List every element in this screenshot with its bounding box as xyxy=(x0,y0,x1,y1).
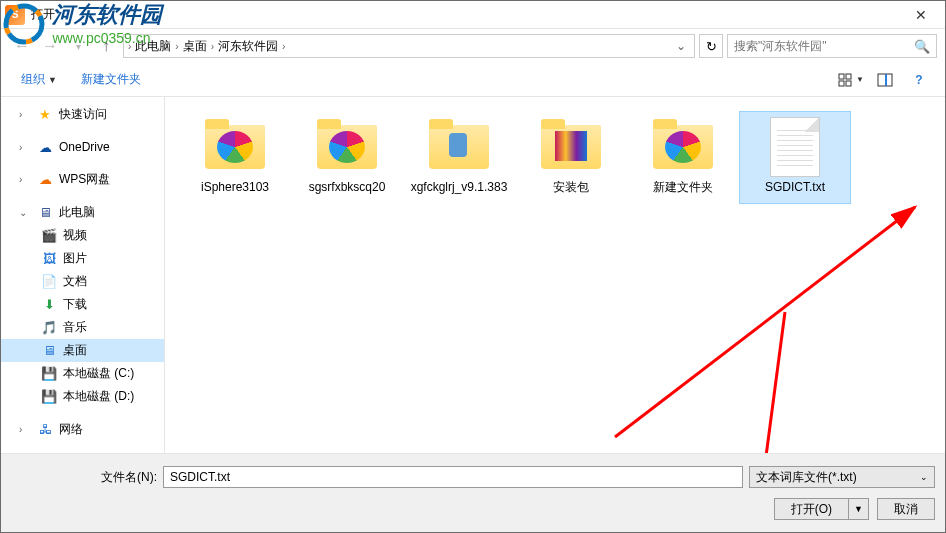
folder-icon xyxy=(205,125,265,169)
sidebar-item-label: 快速访问 xyxy=(59,106,107,123)
sidebar-item-wps[interactable]: › ☁ WPS网盘 xyxy=(1,168,164,191)
svg-rect-2 xyxy=(839,74,844,79)
sidebar-item-network[interactable]: › 🖧 网络 xyxy=(1,418,164,441)
svg-rect-3 xyxy=(846,74,851,79)
file-label: 安装包 xyxy=(553,180,589,195)
sidebar-item-disk-c[interactable]: 💾 本地磁盘 (C:) xyxy=(1,362,164,385)
refresh-button[interactable]: ↻ xyxy=(699,34,723,58)
organize-label: 组织 xyxy=(21,71,45,88)
chevron-down-icon: ⌄ xyxy=(920,472,928,482)
search-icon: 🔍 xyxy=(914,39,930,54)
sidebar: › ★ 快速访问 › ☁ OneDrive › ☁ WPS网盘 ⌄ 🖥 此电脑 xyxy=(1,97,165,453)
sidebar-item-label: 网络 xyxy=(59,421,83,438)
cloud-icon: ☁ xyxy=(37,139,53,155)
sidebar-item-quick-access[interactable]: › ★ 快速访问 xyxy=(1,103,164,126)
breadcrumb-item-desktop[interactable]: 桌面 xyxy=(179,38,211,55)
file-label: xgfckglrj_v9.1.383 xyxy=(411,180,508,195)
file-label: 新建文件夹 xyxy=(653,180,713,195)
open-file-dialog: S 打开 ✕ ← → ▾ ↑ › 此电脑 › 桌面 › 河东软件园 › ⌄ ↻ … xyxy=(0,0,946,533)
breadcrumb[interactable]: › 此电脑 › 桌面 › 河东软件园 › ⌄ xyxy=(123,34,695,58)
sidebar-item-desktop[interactable]: 🖥 桌面 xyxy=(1,339,164,362)
nav-recent-dropdown[interactable]: ▾ xyxy=(65,33,91,59)
view-icon xyxy=(838,73,854,87)
filetype-select[interactable]: 文本词库文件(*.txt) ⌄ xyxy=(749,466,935,488)
sidebar-item-disk-d[interactable]: 💾 本地磁盘 (D:) xyxy=(1,385,164,408)
toolbar: 组织 ▼ 新建文件夹 ▼ ? xyxy=(1,63,945,97)
nav-back-button[interactable]: ← xyxy=(9,33,35,59)
cancel-button-label: 取消 xyxy=(894,501,918,518)
folder-item[interactable]: sgsrfxbkscq20 xyxy=(291,111,403,204)
folder-item[interactable]: iSphere3103 xyxy=(179,111,291,204)
svg-line-8 xyxy=(615,207,915,437)
drive-icon: 💾 xyxy=(41,366,57,382)
sidebar-item-label: 下载 xyxy=(63,296,87,313)
desktop-icon: 🖥 xyxy=(41,343,57,359)
sidebar-item-this-pc[interactable]: ⌄ 🖥 此电脑 xyxy=(1,201,164,224)
file-label: iSphere3103 xyxy=(201,180,269,195)
folder-item[interactable]: 新建文件夹 xyxy=(627,111,739,204)
downloads-icon: ⬇ xyxy=(41,297,57,313)
breadcrumb-item-folder[interactable]: 河东软件园 xyxy=(214,38,282,55)
sidebar-item-videos[interactable]: 🎬 视频 xyxy=(1,224,164,247)
open-button-label: 打开(O) xyxy=(775,499,849,519)
folder-icon xyxy=(317,125,377,169)
navigation-bar: ← → ▾ ↑ › 此电脑 › 桌面 › 河东软件园 › ⌄ ↻ 🔍 xyxy=(1,29,945,63)
filename-label: 文件名(N): xyxy=(101,469,157,486)
help-icon: ? xyxy=(915,73,922,87)
sidebar-item-label: 文档 xyxy=(63,273,87,290)
chevron-right-icon: › xyxy=(19,174,31,185)
chevron-down-icon: ▼ xyxy=(48,75,57,85)
sidebar-item-pictures[interactable]: 🖼 图片 xyxy=(1,247,164,270)
sidebar-item-label: 本地磁盘 (D:) xyxy=(63,388,134,405)
sidebar-item-downloads[interactable]: ⬇ 下载 xyxy=(1,293,164,316)
folder-item[interactable]: 安装包 xyxy=(515,111,627,204)
help-button[interactable]: ? xyxy=(905,69,933,91)
breadcrumb-item-pc[interactable]: 此电脑 xyxy=(131,38,175,55)
svg-line-9 xyxy=(760,312,785,453)
sidebar-item-label: 图片 xyxy=(63,250,87,267)
dialog-bottom: 文件名(N): 文本词库文件(*.txt) ⌄ 打开(O) ▼ 取消 xyxy=(1,453,945,532)
annotation-arrow xyxy=(755,307,795,453)
filename-input[interactable] xyxy=(163,466,743,488)
music-icon: 🎵 xyxy=(41,320,57,336)
videos-icon: 🎬 xyxy=(41,228,57,244)
file-item-selected[interactable]: SGDICT.txt xyxy=(739,111,851,204)
cloud-icon: ☁ xyxy=(37,172,53,188)
cancel-button[interactable]: 取消 xyxy=(877,498,935,520)
view-options-button[interactable]: ▼ xyxy=(837,69,865,91)
star-icon: ★ xyxy=(37,107,53,123)
pictures-icon: 🖼 xyxy=(41,251,57,267)
txt-file-icon xyxy=(770,117,820,177)
file-list[interactable]: iSphere3103 sgsrfxbkscq20 xgfckglrj_v9.1… xyxy=(165,97,945,453)
chevron-down-icon[interactable]: ▼ xyxy=(849,499,868,519)
nav-up-button[interactable]: ↑ xyxy=(93,33,119,59)
sidebar-item-label: 音乐 xyxy=(63,319,87,336)
titlebar: S 打开 ✕ xyxy=(1,1,945,29)
chevron-right-icon: › xyxy=(19,424,31,435)
chevron-right-icon: › xyxy=(282,41,285,52)
sidebar-item-music[interactable]: 🎵 音乐 xyxy=(1,316,164,339)
folder-item[interactable]: xgfckglrj_v9.1.383 xyxy=(403,111,515,204)
open-button[interactable]: 打开(O) ▼ xyxy=(774,498,869,520)
sidebar-item-label: 本地磁盘 (C:) xyxy=(63,365,134,382)
annotation-arrow xyxy=(605,197,935,447)
documents-icon: 📄 xyxy=(41,274,57,290)
sidebar-item-label: OneDrive xyxy=(59,140,110,154)
svg-rect-4 xyxy=(839,81,844,86)
new-folder-button[interactable]: 新建文件夹 xyxy=(73,67,149,92)
chevron-right-icon: › xyxy=(19,109,31,120)
sidebar-item-onedrive[interactable]: › ☁ OneDrive xyxy=(1,136,164,158)
organize-button[interactable]: 组织 ▼ xyxy=(13,67,65,92)
sidebar-item-label: 视频 xyxy=(63,227,87,244)
sidebar-item-documents[interactable]: 📄 文档 xyxy=(1,270,164,293)
svg-rect-5 xyxy=(846,81,851,86)
breadcrumb-dropdown[interactable]: ⌄ xyxy=(672,39,690,53)
drive-icon: 💾 xyxy=(41,389,57,405)
search-input[interactable] xyxy=(734,39,914,53)
nav-forward-button[interactable]: → xyxy=(37,33,63,59)
filetype-label: 文本词库文件(*.txt) xyxy=(756,469,857,486)
preview-pane-button[interactable] xyxy=(871,69,899,91)
close-button[interactable]: ✕ xyxy=(901,1,941,29)
file-label: SGDICT.txt xyxy=(765,180,825,195)
search-box[interactable]: 🔍 xyxy=(727,34,937,58)
